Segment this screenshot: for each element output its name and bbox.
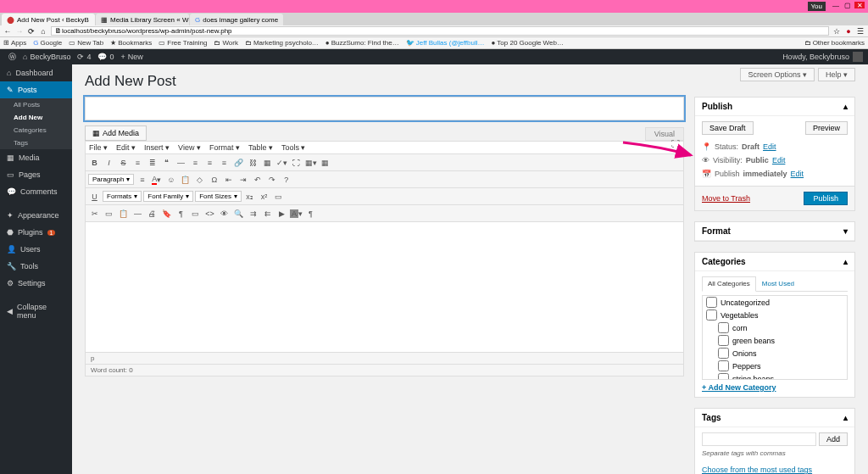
- undo-icon[interactable]: ↶: [251, 173, 264, 186]
- underline-icon[interactable]: U: [88, 190, 101, 203]
- choose-tags-link[interactable]: Choose from the most used tags: [702, 466, 812, 474]
- most-used-tab[interactable]: Most Used: [756, 276, 800, 291]
- back-button[interactable]: ←: [3, 27, 12, 36]
- align-center-icon[interactable]: ≡: [203, 156, 216, 169]
- copy-icon[interactable]: ▭: [272, 190, 285, 203]
- media-icon[interactable]: ▶: [275, 207, 288, 220]
- menu-view[interactable]: View ▾: [178, 143, 201, 152]
- bookmark-icon[interactable]: 🔖: [160, 207, 173, 220]
- visualblocks-icon[interactable]: ▭: [189, 207, 202, 220]
- show-icon[interactable]: ¶: [304, 207, 317, 220]
- site-name[interactable]: ⌂ BeckyBruso: [19, 53, 74, 61]
- bookmark-item[interactable]: ★ Bookmarks: [110, 39, 152, 47]
- bookmark-item[interactable]: ● Top 20 Google Web…: [492, 39, 564, 47]
- bookmark-item[interactable]: ● BuzzSumo: Find the…: [326, 39, 399, 47]
- sidebar-plugins[interactable]: ⬣Plugins 1: [0, 224, 72, 241]
- fullscreen-icon[interactable]: ⛶: [290, 156, 303, 169]
- ltr-icon[interactable]: ⇉: [247, 207, 259, 220]
- font-size-select[interactable]: Font Sizes ▾: [195, 191, 242, 202]
- strikethrough-icon[interactable]: S: [117, 156, 130, 169]
- bookmark-item[interactable]: ▭ Free Training: [159, 39, 207, 47]
- sidebar-settings[interactable]: ⚙Settings: [0, 275, 72, 292]
- publish-button[interactable]: Publish: [804, 192, 848, 205]
- browser-tab[interactable]: ▦Media Library Screen « W×: [96, 14, 189, 25]
- avatar[interactable]: [853, 52, 863, 62]
- style-icon[interactable]: ≡: [136, 173, 148, 186]
- sidebar-sub-categories[interactable]: Categories: [0, 124, 72, 137]
- unlink-icon[interactable]: ⛓: [247, 156, 259, 169]
- paragraph-select[interactable]: Paragraph ▾: [88, 174, 134, 185]
- menu-table[interactable]: Table ▾: [248, 143, 273, 152]
- howdy-user[interactable]: Howdy, Beckybruso: [782, 53, 849, 61]
- bookmark-item[interactable]: G Google: [33, 39, 62, 47]
- align-right-icon[interactable]: ≡: [218, 156, 231, 169]
- color-icon[interactable]: A▾: [150, 173, 163, 186]
- apps-button[interactable]: ⊞ Apps: [3, 39, 26, 47]
- category-item[interactable]: Onions: [703, 347, 847, 360]
- cut-icon[interactable]: ✂: [88, 207, 101, 220]
- bookmark-item[interactable]: ▭ New Tab: [69, 39, 103, 47]
- menu-icon[interactable]: ☰: [856, 27, 865, 36]
- sidebar-appearance[interactable]: ✦Appearance: [0, 207, 72, 224]
- sidebar-sub-add-new[interactable]: Add New: [0, 111, 72, 124]
- menu-edit[interactable]: Edit ▾: [116, 143, 136, 152]
- hr-icon[interactable]: —: [175, 156, 187, 169]
- other-bookmarks[interactable]: 🗀 Other bookmarks: [804, 39, 865, 47]
- collapse-menu[interactable]: ◀Collapse menu: [0, 298, 72, 324]
- sidebar-comments[interactable]: 💬Comments: [0, 183, 72, 200]
- backcolor-icon[interactable]: A▾: [290, 207, 303, 220]
- indent-icon[interactable]: ⇥: [236, 173, 249, 186]
- redo-icon[interactable]: ↷: [265, 173, 278, 186]
- content-editor[interactable]: [85, 221, 684, 353]
- category-item[interactable]: string beans: [703, 372, 847, 380]
- menu-file[interactable]: File ▾: [89, 143, 108, 152]
- numbered-list-icon[interactable]: ≣: [146, 156, 159, 169]
- menu-insert[interactable]: Insert ▾: [144, 143, 170, 152]
- add-new-category-link[interactable]: + Add New Category: [702, 383, 848, 392]
- sidebar-tools[interactable]: 🔧Tools: [0, 258, 72, 275]
- star-icon[interactable]: ☆: [832, 27, 841, 36]
- category-checkbox[interactable]: [718, 322, 729, 333]
- browser-tab[interactable]: Gdoes image gallery come×: [190, 14, 283, 25]
- updates-icon[interactable]: ⟳ 4: [74, 53, 94, 61]
- preview-button[interactable]: Preview: [805, 121, 848, 135]
- distraction-free-icon[interactable]: ⛶: [671, 139, 680, 148]
- help-button[interactable]: Help ▾: [818, 68, 855, 81]
- italic-icon[interactable]: I: [103, 156, 115, 169]
- help-icon[interactable]: ?: [280, 173, 292, 186]
- category-checkbox[interactable]: [718, 335, 729, 346]
- all-categories-tab[interactable]: All Categories: [702, 276, 756, 292]
- copy2-icon[interactable]: ▭: [103, 207, 115, 220]
- sidebar-posts[interactable]: ✎Posts: [0, 81, 72, 98]
- more-icon[interactable]: ▦: [261, 156, 274, 169]
- bookmark-item[interactable]: 🐦 Jeff Bullas (@jeffbull…: [406, 39, 485, 47]
- edit-date-link[interactable]: Edit: [791, 170, 804, 178]
- hr2-icon[interactable]: —: [131, 207, 144, 220]
- address-bar[interactable]: 🗎 localhost/beckybruso/wordpress/wp-admi…: [51, 26, 829, 36]
- edit-status-link[interactable]: Edit: [763, 142, 776, 151]
- code-icon[interactable]: <>: [203, 207, 216, 220]
- bookmark-folder[interactable]: 🗀 Marketing psycholo…: [245, 39, 319, 47]
- add-tag-button[interactable]: Add: [819, 432, 848, 446]
- new-button[interactable]: + New: [118, 53, 147, 61]
- comments-icon[interactable]: 💬 0: [94, 53, 117, 61]
- print-icon[interactable]: 🖨: [146, 207, 159, 220]
- post-title-input[interactable]: [85, 97, 684, 120]
- save-draft-button[interactable]: Save Draft: [702, 121, 754, 135]
- sidebar-sub-all-posts[interactable]: All Posts: [0, 98, 72, 111]
- maximize-button[interactable]: ▢: [843, 2, 853, 8]
- category-item[interactable]: Vegetables: [703, 309, 847, 321]
- reload-button[interactable]: ⟳: [27, 27, 36, 36]
- forward-button[interactable]: →: [15, 27, 24, 36]
- browser-tab[interactable]: ⬤Add New Post ‹ BeckyB×: [2, 14, 95, 25]
- move-to-trash-link[interactable]: Move to Trash: [702, 194, 750, 203]
- sidebar-sub-tags[interactable]: Tags: [0, 137, 72, 149]
- minimize-button[interactable]: —: [831, 2, 841, 8]
- category-checkbox[interactable]: [718, 373, 729, 380]
- paste-icon[interactable]: 📋: [117, 207, 130, 220]
- bookmark-folder[interactable]: 🗀 Work: [214, 39, 238, 47]
- menu-format[interactable]: Format ▾: [209, 143, 240, 152]
- toggle-icon[interactable]: ▾: [843, 226, 848, 236]
- formats-select[interactable]: Formats ▾: [103, 191, 142, 202]
- clear-icon[interactable]: ◇: [193, 173, 206, 186]
